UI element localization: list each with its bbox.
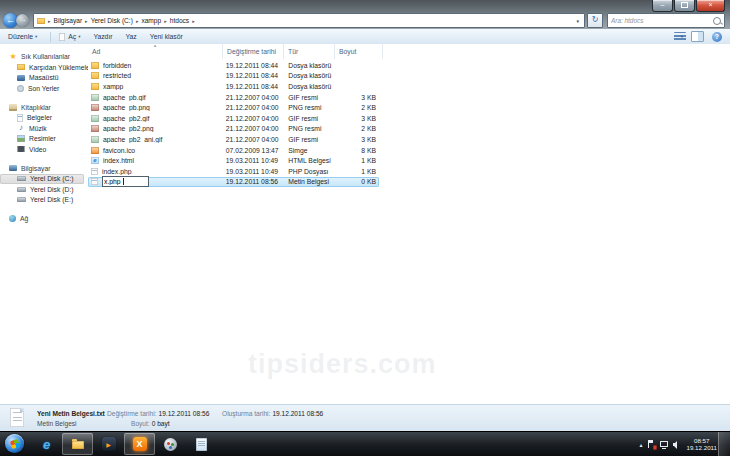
file-row[interactable]: index.html 19.03.2011 10:49 HTML Belgesi… bbox=[88, 155, 379, 166]
taskbar-app-button[interactable] bbox=[62, 433, 93, 455]
file-row[interactable]: apache_pb.gif 21.12.2007 04:00 GIF resmi… bbox=[88, 92, 379, 103]
file-rows: forbidden 19.12.2011 08:44 Dosya klasörü… bbox=[88, 59, 730, 187]
refresh-button[interactable]: ↻ bbox=[587, 13, 603, 28]
column-header[interactable]: Değiştirme tarihi bbox=[223, 44, 284, 59]
file-row[interactable]: forbidden 19.12.2011 08:44 Dosya klasörü bbox=[88, 60, 379, 71]
sidebar-item[interactable]: Yerel Disk (D:) bbox=[0, 184, 88, 195]
print-button[interactable]: Yazdır bbox=[93, 33, 112, 40]
sidebar-item[interactable]: Yerel Disk (C:) bbox=[0, 174, 84, 185]
column-header[interactable]: Tür bbox=[284, 44, 335, 59]
rename-box[interactable] bbox=[102, 176, 149, 187]
taskbar-app-button[interactable] bbox=[155, 433, 186, 455]
text-caret bbox=[123, 178, 124, 185]
breadcrumb-item[interactable]: Bilgisayar bbox=[45, 17, 82, 24]
column-headers: AdDeğiştirme tarihiTürBoyut bbox=[88, 44, 730, 59]
address-dropdown-icon[interactable]: ▾ bbox=[574, 18, 581, 24]
maximize-icon bbox=[681, 2, 688, 8]
libraries-icon bbox=[9, 104, 17, 111]
breadcrumb-item[interactable]: htdocs bbox=[161, 17, 189, 24]
recent-icon bbox=[17, 85, 24, 92]
star-icon bbox=[9, 53, 17, 61]
taskbar-app-button[interactable] bbox=[186, 433, 217, 455]
close-button[interactable]: × bbox=[696, 0, 725, 12]
taskbar: ▴ 08:57 19.12.2011 bbox=[0, 431, 730, 456]
change-view-button[interactable]: ▾ bbox=[674, 32, 683, 41]
file-row[interactable]: apache_pb2.png 21.12.2007 04:00 PNG resm… bbox=[88, 124, 379, 135]
new-folder-button[interactable]: Yeni klasör bbox=[150, 33, 183, 40]
title-bar: – × ← → BilgisayarYerel Disk (C:)xamppht… bbox=[0, 0, 730, 29]
column-header[interactable]: Ad bbox=[88, 44, 223, 59]
taskbar-app-button[interactable] bbox=[124, 433, 155, 455]
breadcrumb[interactable]: BilgisayarYerel Disk (C:)xampphtdocs ▾ bbox=[33, 13, 585, 28]
sidebar-item[interactable]: Resimler bbox=[0, 134, 88, 145]
maximize-button[interactable] bbox=[674, 0, 695, 12]
sidebar-group-computer[interactable]: Bilgisayar bbox=[0, 163, 88, 174]
computer-group: Bilgisayar Yerel Disk (C:)Yerel Disk (D:… bbox=[0, 163, 88, 206]
taskbar-apps bbox=[31, 432, 217, 456]
sidebar-item[interactable]: Yerel Disk (E:) bbox=[0, 195, 88, 206]
show-desktop-button[interactable] bbox=[718, 432, 730, 456]
column-header[interactable]: Boyut bbox=[335, 44, 383, 59]
text-file-icon bbox=[10, 408, 24, 427]
help-button[interactable]: ? bbox=[712, 32, 722, 42]
sidebar-item[interactable]: Video bbox=[0, 144, 88, 155]
sidebar-group-favorites[interactable]: Sık Kullanılanlar bbox=[0, 51, 88, 62]
forward-button[interactable]: → bbox=[16, 14, 29, 27]
search-input[interactable] bbox=[611, 17, 713, 24]
breadcrumb-item[interactable]: Yerel Disk (C:) bbox=[82, 17, 133, 24]
file-size: Boyut:0 bayt bbox=[131, 420, 170, 427]
sidebar-item[interactable]: Belgeler bbox=[0, 113, 88, 124]
file-icon bbox=[59, 33, 65, 41]
explorer-icon bbox=[71, 437, 85, 451]
gif-icon bbox=[91, 94, 99, 101]
folder-icon bbox=[37, 18, 45, 24]
sidebar-group-network[interactable]: Ağ bbox=[0, 213, 88, 224]
gif-icon bbox=[91, 115, 99, 122]
sidebar-item[interactable]: Müzik bbox=[0, 123, 88, 134]
file-row[interactable]: apache_pb2.gif 21.12.2007 04:00 GIF resm… bbox=[88, 113, 379, 124]
file-row[interactable]: xampp 19.12.2011 08:44 Dosya klasörü bbox=[88, 81, 379, 92]
drive-icon bbox=[17, 176, 26, 181]
libraries-group: Kitaplıklar BelgelerMüzikResimlerVideo bbox=[0, 102, 88, 155]
tray-clock[interactable]: 08:57 19.12.2011 bbox=[686, 437, 717, 452]
sidebar-item[interactable]: Karşıdan Yüklemeler bbox=[0, 62, 88, 73]
volume-icon[interactable] bbox=[673, 440, 681, 449]
breadcrumb-trailing-arrow bbox=[189, 18, 198, 24]
minimize-button[interactable]: – bbox=[652, 0, 673, 12]
search-icon[interactable] bbox=[713, 17, 721, 25]
file-row[interactable]: index.php 19.03.2011 10:49 PHP Dosyası 1… bbox=[88, 166, 379, 177]
sidebar-item[interactable]: Son Yerler bbox=[0, 83, 88, 94]
file-row[interactable]: favicon.ico 07.02.2009 13:47 Simge 8 KB bbox=[88, 145, 379, 156]
sidebar-group-libraries[interactable]: Kitaplıklar bbox=[0, 102, 88, 113]
file-row[interactable]: apache_pb.png 21.12.2007 04:00 PNG resmi… bbox=[88, 102, 379, 113]
open-button[interactable]: Aç bbox=[59, 33, 80, 41]
start-button[interactable] bbox=[5, 434, 24, 453]
breadcrumb-item[interactable]: xampp bbox=[133, 17, 161, 24]
paint-icon bbox=[164, 438, 177, 451]
organize-button[interactable]: Düzenle bbox=[8, 33, 37, 40]
png-icon bbox=[91, 125, 99, 132]
details-pane: Yeni Metin Belgesi.txt Metin Belgesi Değ… bbox=[0, 404, 730, 432]
search-box[interactable] bbox=[607, 13, 725, 28]
toolbar-separator bbox=[50, 32, 51, 42]
xampp-icon bbox=[133, 437, 147, 451]
file-row[interactable]: x.php 19.12.2011 08:56 Metin Belgesi 0 K… bbox=[88, 177, 379, 188]
favorites-group: Sık Kullanılanlar Karşıdan YüklemelerMas… bbox=[0, 51, 88, 94]
sidebar-item[interactable]: Masaüstü bbox=[0, 73, 88, 84]
network-tray-icon[interactable] bbox=[660, 440, 668, 449]
music-icon bbox=[17, 124, 25, 132]
burn-button[interactable]: Yaz bbox=[126, 33, 137, 40]
window-controls: – × bbox=[651, 0, 725, 12]
show-hidden-icons-button[interactable]: ▴ bbox=[639, 441, 642, 448]
action-center-icon[interactable] bbox=[647, 440, 655, 449]
ico-icon bbox=[91, 147, 99, 154]
file-row[interactable]: apache_pb2_ani.gif 21.12.2007 04:00 GIF … bbox=[88, 134, 379, 145]
rename-input[interactable] bbox=[104, 178, 123, 185]
taskbar-app-button[interactable] bbox=[31, 433, 62, 455]
documents-icon bbox=[17, 114, 23, 122]
taskbar-app-button[interactable] bbox=[93, 433, 124, 455]
preview-pane-button[interactable] bbox=[691, 31, 704, 42]
php-icon bbox=[91, 168, 98, 175]
file-row[interactable]: restricted 19.12.2011 08:44 Dosya klasör… bbox=[88, 71, 379, 82]
media-player-icon bbox=[102, 437, 116, 451]
